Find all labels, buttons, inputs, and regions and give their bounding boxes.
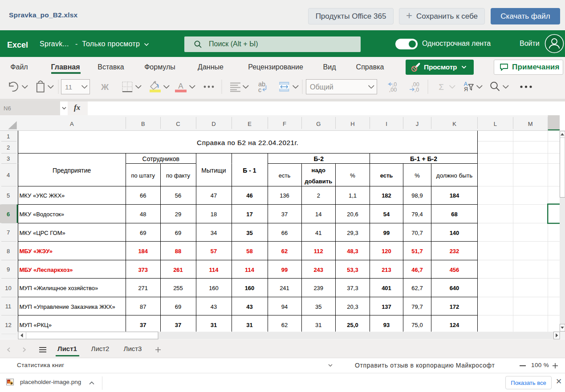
svg-text:35: 35	[246, 230, 252, 236]
svg-text:C: C	[176, 121, 180, 127]
svg-text:640: 640	[450, 285, 459, 291]
svg-text:54: 54	[383, 211, 390, 218]
svg-text:124: 124	[450, 322, 459, 328]
svg-text:37: 37	[281, 211, 288, 218]
svg-text:Σ: Σ	[439, 82, 444, 92]
svg-text:88: 88	[175, 248, 181, 255]
svg-text:11: 11	[5, 303, 12, 310]
svg-text:261: 261	[173, 267, 183, 273]
svg-text:31: 31	[211, 322, 217, 328]
svg-text:56: 56	[175, 192, 181, 199]
svg-text:37: 37	[140, 322, 146, 328]
svg-text:75,0: 75,0	[411, 322, 423, 328]
svg-text:57: 57	[211, 248, 217, 255]
svg-text:114: 114	[245, 267, 255, 273]
svg-text:213: 213	[382, 267, 391, 273]
svg-text:20,3: 20,3	[347, 303, 358, 310]
svg-text:Мытищи: Мытищи	[201, 167, 226, 174]
svg-text:46,7: 46,7	[411, 267, 423, 273]
svg-text:Сотрудников: Сотрудников	[142, 155, 179, 162]
svg-text:37: 37	[175, 322, 181, 328]
svg-text:добавить: добавить	[305, 178, 332, 185]
svg-text:,0: ,0	[415, 87, 419, 93]
svg-text:62,7: 62,7	[411, 285, 423, 291]
svg-text:99: 99	[281, 267, 288, 273]
svg-text:140: 140	[450, 230, 459, 236]
svg-text:надо: надо	[312, 167, 325, 174]
svg-text:8: 8	[7, 248, 10, 255]
svg-text:МУП «Управление Заказчика ЖКХ»: МУП «Управление Заказчика ЖКХ»	[20, 303, 115, 310]
svg-text:M: M	[528, 121, 533, 127]
svg-text:18: 18	[211, 211, 217, 218]
svg-text:69: 69	[175, 303, 181, 310]
svg-text:9: 9	[7, 266, 10, 273]
svg-text:17: 17	[246, 211, 252, 218]
svg-text:51,7: 51,7	[411, 248, 423, 255]
svg-text:7: 7	[7, 229, 10, 236]
svg-text:160: 160	[209, 285, 219, 291]
svg-text:120: 120	[382, 248, 391, 255]
svg-text:МУП «Жилищное хозяйство»: МУП «Жилищное хозяйство»	[20, 285, 98, 291]
svg-text:69: 69	[175, 230, 181, 236]
svg-text:99: 99	[383, 230, 390, 236]
svg-text:по факту: по факту	[166, 172, 191, 179]
svg-text:4: 4	[7, 172, 10, 178]
svg-text:53,3: 53,3	[347, 267, 358, 273]
svg-text:%: %	[350, 172, 355, 179]
svg-text:,00: ,00	[389, 87, 397, 93]
svg-text:94: 94	[281, 303, 288, 310]
svg-text:есть: есть	[279, 172, 291, 179]
svg-text:79,7: 79,7	[411, 303, 423, 310]
svg-text:66: 66	[140, 192, 146, 199]
svg-text:D: D	[211, 121, 215, 127]
svg-text:172: 172	[450, 303, 459, 310]
svg-text:136: 136	[280, 192, 289, 199]
svg-text:184: 184	[138, 248, 148, 255]
svg-text:93: 93	[383, 322, 390, 328]
svg-text:98,9: 98,9	[411, 192, 423, 199]
svg-text:Общий: Общий	[310, 83, 333, 91]
svg-text:47: 47	[211, 192, 217, 199]
svg-text:29,3: 29,3	[347, 230, 358, 236]
svg-text:271: 271	[138, 285, 148, 291]
svg-text:J: J	[416, 121, 419, 127]
svg-text:Б - 1: Б - 1	[243, 167, 256, 174]
svg-text:456: 456	[450, 267, 459, 273]
svg-text:2: 2	[317, 192, 320, 199]
svg-text:Б-2: Б-2	[313, 155, 324, 162]
svg-text:137: 137	[382, 303, 391, 310]
svg-text:A: A	[70, 121, 74, 127]
svg-text:241: 241	[280, 285, 289, 291]
svg-text:11: 11	[65, 83, 72, 91]
svg-text:255: 255	[173, 285, 183, 291]
svg-text:14: 14	[315, 211, 321, 218]
svg-text:МКУ «УКС ЖКХ»: МКУ «УКС ЖКХ»	[20, 192, 65, 199]
svg-text:I: I	[386, 121, 387, 127]
svg-text:114: 114	[209, 267, 219, 273]
svg-text:35: 35	[315, 303, 321, 310]
svg-text:43: 43	[246, 303, 252, 310]
svg-text:F: F	[283, 121, 286, 127]
svg-text:79,4: 79,4	[411, 211, 423, 218]
svg-text:МБУ «Леспаркхоз»: МБУ «Леспаркхоз»	[20, 267, 73, 273]
svg-text:5: 5	[7, 192, 10, 199]
svg-text:Б-1 + Б-2: Б-1 + Б-2	[410, 155, 437, 162]
svg-text:есть: есть	[380, 172, 393, 179]
svg-text:Ж: Ж	[101, 82, 109, 92]
svg-text:243: 243	[313, 267, 323, 273]
svg-text:373: 373	[138, 267, 148, 273]
svg-text:34: 34	[211, 230, 217, 236]
svg-text:%: %	[415, 172, 420, 179]
svg-text:L: L	[494, 121, 497, 127]
svg-text:H: H	[350, 121, 354, 127]
svg-text:184: 184	[450, 192, 459, 199]
svg-text:232: 232	[450, 248, 459, 255]
svg-text:1,1: 1,1	[349, 192, 357, 199]
svg-text:МБУ «ЖЭУ»: МБУ «ЖЭУ»	[20, 248, 53, 255]
svg-text:239: 239	[313, 285, 323, 291]
svg-text:68: 68	[451, 211, 457, 218]
svg-text:62: 62	[281, 322, 288, 328]
svg-text:А: А	[178, 82, 183, 90]
svg-text:10: 10	[5, 285, 11, 291]
svg-text:3: 3	[7, 155, 10, 162]
